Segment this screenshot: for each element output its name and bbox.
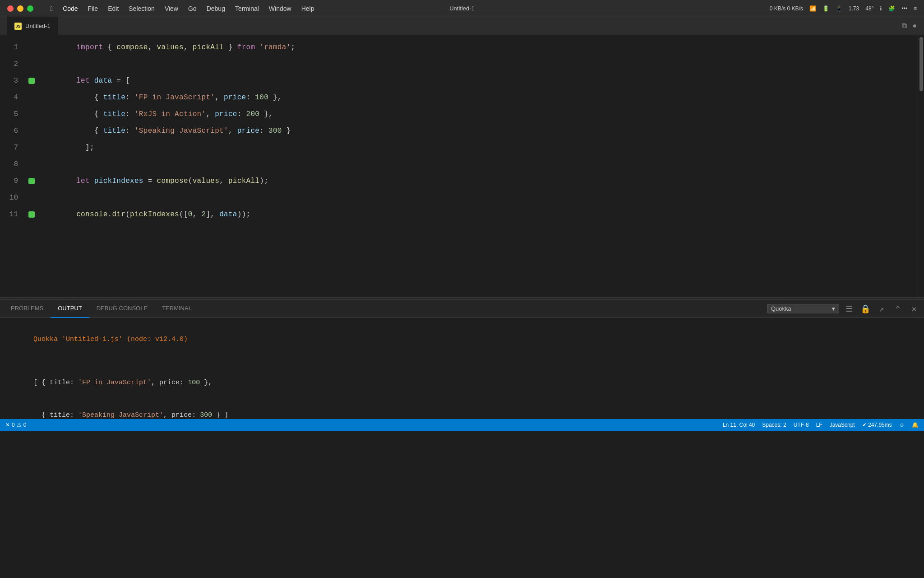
- menu-file[interactable]: File: [83, 4, 103, 13]
- code-line-7: 7 ];: [0, 139, 918, 156]
- js-icon: JS: [14, 23, 22, 30]
- line-number-5: 5: [0, 110, 27, 118]
- network-status: 0 KB/s 0 KB/s: [770, 5, 803, 12]
- line-number-2: 2: [0, 60, 27, 68]
- output-line-3: [ { title: 'FP in JavaScript', price: 10…: [9, 367, 915, 399]
- line-ending[interactable]: LF: [816, 422, 822, 428]
- warning-count: 0: [23, 422, 27, 428]
- tab-terminal[interactable]: TERMINAL: [155, 300, 199, 318]
- tabbar: JS Untitled-1 ⧉ ●: [0, 17, 924, 35]
- editor-scrollbar[interactable]: [918, 35, 924, 297]
- line-number-8: 8: [0, 160, 27, 168]
- menu-terminal[interactable]: Terminal: [231, 4, 263, 13]
- output-line-2: [9, 356, 915, 367]
- line-number-11: 11: [0, 210, 27, 219]
- code-line-11: 11 console.dir(pickIndexes([0, 2], data)…: [0, 206, 918, 223]
- menu-debug[interactable]: Debug: [202, 4, 230, 13]
- menu-view[interactable]: View: [160, 4, 183, 13]
- gutter-3: [27, 78, 36, 84]
- lock-icon[interactable]: 🔒: [859, 303, 872, 315]
- error-status[interactable]: ✕ 0 ⚠ 0: [5, 422, 26, 428]
- line-number-9: 9: [0, 177, 27, 185]
- line-number-3: 3: [0, 77, 27, 85]
- menu-bar:  Code File Edit Selection View Go Debug…: [46, 4, 319, 13]
- battery-icon: 🔋: [822, 5, 829, 12]
- titlebar:  Code File Edit Selection View Go Debug…: [0, 0, 924, 17]
- list-icon: ≡: [914, 5, 917, 12]
- line-number-1: 1: [0, 43, 27, 51]
- code-line-1: 1 import { compose, values, pickAll } fr…: [0, 39, 918, 56]
- cursor-position[interactable]: Ln 11, Col 40: [723, 422, 755, 428]
- file-tab[interactable]: JS Untitled-1: [7, 17, 58, 35]
- panel-tab-actions: Quokka ▾ ☰ 🔒 ↗ ⌃ ✕: [767, 303, 920, 315]
- code-editor[interactable]: 1 import { compose, values, pickAll } fr…: [0, 35, 918, 297]
- line-number-7: 7: [0, 144, 27, 152]
- code-line-6: 6 { title: 'Speaking JavaScript', price:…: [0, 122, 918, 139]
- chevron-down-icon: ▾: [832, 305, 835, 312]
- menu-selection[interactable]: Selection: [124, 4, 159, 13]
- encoding[interactable]: UTF-8: [794, 422, 809, 428]
- indentation[interactable]: Spaces: 2: [762, 422, 786, 428]
- output-line-1: Quokka 'Untitled-1.js' (node: v12.4.0): [9, 323, 915, 356]
- titlebar-left:  Code File Edit Selection View Go Debug…: [7, 4, 319, 13]
- breakpoint-9: [28, 178, 35, 184]
- tab-problems[interactable]: PROBLEMS: [4, 300, 51, 318]
- output-quokka-label: Quokka 'Untitled-1.js' (node: v12.4.0): [33, 336, 188, 343]
- tab-output[interactable]: OUTPUT: [51, 300, 89, 318]
- traffic-lights: [7, 5, 33, 12]
- gutter-11: [27, 211, 36, 218]
- window-title: Untitled-1: [449, 5, 475, 12]
- line-content-11: console.dir(pickIndexes([0, 2], data));: [36, 202, 250, 227]
- quokka-status[interactable]: ✔ 247.95ms: [862, 422, 892, 428]
- temp-label: 48°: [865, 5, 873, 12]
- code-line-2: 2: [0, 56, 918, 72]
- code-line-9: 9 let pickIndexes = compose(values, pick…: [0, 172, 918, 189]
- close-panel-icon[interactable]: ✕: [908, 303, 920, 315]
- panel-content: Quokka 'Untitled-1.js' (node: v12.4.0) […: [0, 318, 924, 419]
- gutter-9: [27, 178, 36, 184]
- version-label: 1.73: [849, 5, 859, 12]
- menu-window[interactable]: Window: [264, 4, 296, 13]
- maximize-button[interactable]: [27, 5, 33, 12]
- menu-help[interactable]: Help: [297, 4, 319, 13]
- bottom-panel: PROBLEMS OUTPUT DEBUG CONSOLE TERMINAL Q…: [0, 300, 924, 419]
- export-icon[interactable]: ↗: [875, 303, 888, 315]
- notification-icon: 🔔: [912, 422, 919, 428]
- menu-edit[interactable]: Edit: [103, 4, 123, 13]
- error-count: 0: [12, 422, 15, 428]
- menu-go[interactable]: Go: [184, 4, 201, 13]
- panel-tabs: PROBLEMS OUTPUT DEBUG CONSOLE TERMINAL Q…: [0, 300, 924, 318]
- editor-area: 1 import { compose, values, pickAll } fr…: [0, 35, 924, 297]
- menu-code[interactable]: Code: [58, 4, 82, 13]
- wifi-icon: 📶: [809, 5, 816, 12]
- phone-icon: 📱: [836, 5, 842, 12]
- statusbar-right: Ln 11, Col 40 Spaces: 2 UTF-8 LF JavaScr…: [723, 422, 919, 428]
- collapse-icon[interactable]: ⌃: [892, 303, 904, 315]
- smiley-icon: ☺: [899, 422, 905, 428]
- line-number-10: 10: [0, 194, 27, 202]
- clear-output-icon[interactable]: ☰: [843, 303, 855, 315]
- tab-actions: ⧉ ●: [902, 22, 917, 30]
- menu-apple[interactable]: : [46, 4, 57, 13]
- line-number-4: 4: [0, 93, 27, 102]
- tab-label: Untitled-1: [25, 23, 51, 29]
- dropdown-value: Quokka: [771, 305, 791, 312]
- breakpoint-11: [28, 211, 35, 218]
- extension-icon: 🧩: [888, 5, 895, 12]
- output-channel-dropdown[interactable]: Quokka ▾: [767, 304, 839, 313]
- statusbar-left: ✕ 0 ⚠ 0: [5, 422, 26, 428]
- more-icon: •••: [901, 5, 907, 12]
- output-line-4: { title: 'Speaking JavaScript', price: 3…: [9, 399, 915, 419]
- error-icon: ✕: [5, 422, 10, 428]
- more-actions-icon[interactable]: ●: [912, 22, 917, 30]
- titlebar-right: 0 KB/s 0 KB/s 📶 🔋 📱 1.73 48° ℹ 🧩 ••• ≡: [770, 5, 917, 12]
- minimize-button[interactable]: [17, 5, 23, 12]
- info-icon: ℹ: [880, 5, 882, 12]
- close-button[interactable]: [7, 5, 14, 12]
- scrollbar-thumb[interactable]: [919, 37, 923, 91]
- statusbar: ✕ 0 ⚠ 0 Ln 11, Col 40 Spaces: 2 UTF-8 LF…: [0, 419, 924, 431]
- language-mode[interactable]: JavaScript: [830, 422, 855, 428]
- breakpoint-3: [28, 78, 35, 84]
- split-editor-icon[interactable]: ⧉: [902, 22, 907, 30]
- tab-debug-console[interactable]: DEBUG CONSOLE: [89, 300, 155, 318]
